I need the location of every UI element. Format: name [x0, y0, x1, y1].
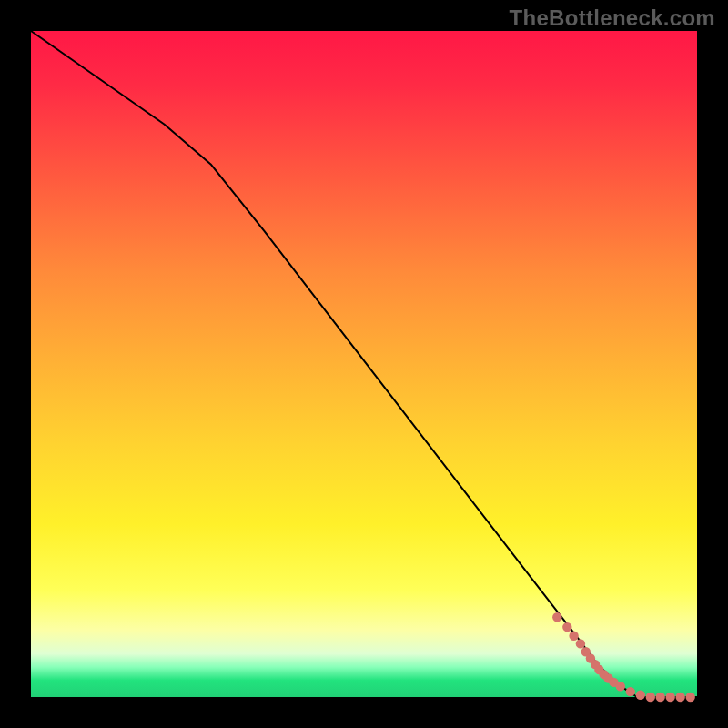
marker-point — [552, 612, 561, 622]
chart-overlay — [31, 31, 697, 697]
marker-point — [676, 693, 685, 702]
marker-point — [646, 693, 655, 702]
bottleneck-curve — [31, 31, 697, 697]
marker-point — [569, 632, 578, 641]
marker-group — [552, 612, 695, 702]
marker-point — [562, 622, 571, 632]
marker-point — [626, 687, 635, 696]
marker-point — [656, 693, 665, 702]
marker-point — [616, 682, 625, 691]
chart-frame: TheBottleneck.com — [0, 0, 728, 728]
marker-point — [636, 691, 645, 700]
marker-point — [576, 639, 585, 648]
marker-point — [686, 693, 695, 702]
marker-point — [666, 693, 675, 702]
watermark-text: TheBottleneck.com — [510, 5, 715, 31]
plot-area — [31, 31, 697, 697]
